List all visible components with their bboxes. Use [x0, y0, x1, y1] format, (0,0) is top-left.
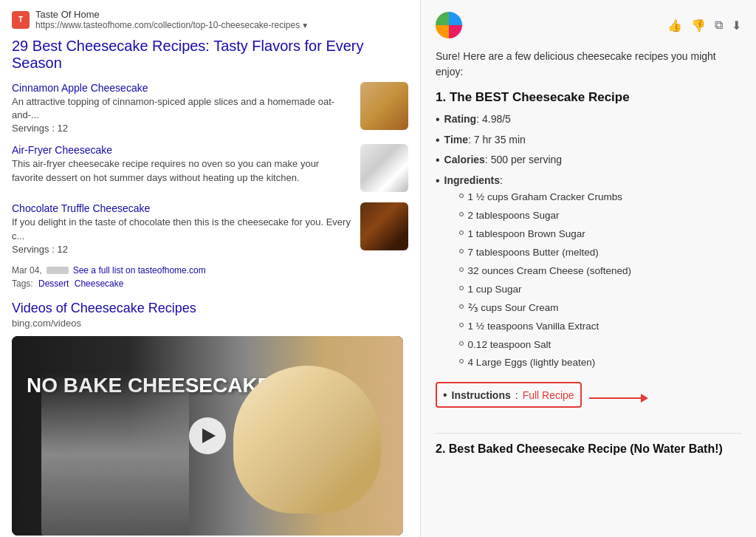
thumbs-up-icon[interactable]: 👍 — [667, 18, 682, 33]
circle-bullet-8 — [459, 341, 464, 346]
full-recipe-link[interactable]: Full Recipe — [523, 389, 574, 401]
bullet-3: • — [436, 153, 440, 167]
video-person-silhouette — [41, 373, 189, 536]
copilot-actions: 👍 👎 ⧉ ⬇ — [667, 18, 741, 33]
recipe2-heading: 2. Best Baked Cheesecake Recipe (No Wate… — [436, 442, 741, 456]
time-value: 7 hr 35 min — [474, 134, 526, 146]
time-text: Time: 7 hr 35 min — [444, 133, 526, 148]
ingredient-8: 0.12 teaspoon Salt — [459, 338, 631, 352]
meta-date: Mar 04, — [12, 265, 42, 276]
circle-bullet-9 — [459, 359, 464, 363]
ingredient-5: 1 cup Sugar — [459, 283, 631, 297]
recipe1-details: • Rating: 4.98/5 • Time: 7 hr 35 min • C… — [436, 112, 741, 374]
recipe-thumb-3 — [360, 202, 408, 250]
recipe-entry-2: Air-Fryer Cheesecake This air-fryer chee… — [12, 144, 408, 192]
ingredient-4: 32 ounces Cream Cheese (softened) — [459, 264, 631, 278]
circle-bullet-5 — [459, 286, 464, 290]
time-item: • Time: 7 hr 35 min — [436, 133, 741, 148]
copilot-header: 👍 👎 ⧉ ⬇ — [436, 12, 741, 38]
search-results-panel: T Taste Of Home https://www.tasteofhome.… — [0, 0, 421, 537]
recipe-desc-3: If you delight in the taste of chocolate… — [12, 216, 351, 241]
circle-bullet-3 — [459, 249, 464, 253]
bullet-1: • — [436, 112, 440, 126]
videos-source: bing.com/videos — [12, 318, 408, 329]
instructions-row: • Instructions: Full Recipe — [436, 382, 582, 408]
bullet-4: • — [436, 174, 440, 188]
ingredient-7: 1 ½ teaspoons Vanilla Extract — [459, 320, 631, 334]
circle-bullet-7 — [459, 323, 464, 327]
video-cheesecake-image — [233, 366, 381, 513]
rating-value: 4.98/5 — [482, 113, 511, 125]
arrow-line — [589, 397, 641, 399]
download-icon[interactable]: ⬇ — [732, 18, 741, 33]
time-label: Time — [444, 134, 468, 146]
source-favicon: T — [12, 11, 30, 29]
recipe-text-2: Air-Fryer Cheesecake This air-fryer chee… — [12, 144, 353, 192]
circle-bullet-1 — [459, 212, 464, 216]
source-bar: T Taste Of Home https://www.tasteofhome.… — [12, 9, 408, 30]
ingredients-label: Ingredients — [444, 174, 500, 186]
calories-value: 500 per serving — [491, 154, 563, 165]
recipe-link-1[interactable]: Cinnamon Apple Cheesecake — [12, 82, 353, 94]
recipe-text-3: Chocolate Truffle Cheesecake If you deli… — [12, 202, 353, 254]
meta-row: Mar 04, See a full list on tasteofhome.c… — [12, 265, 408, 276]
section-divider — [436, 433, 741, 434]
recipe-thumb-1 — [360, 82, 408, 130]
recipe-link-3[interactable]: Chocolate Truffle Cheesecake — [12, 202, 353, 214]
source-name: Taste Of Home — [35, 9, 309, 20]
source-url: https://www.tasteofhome.com/collection/t… — [35, 20, 309, 30]
circle-bullet-4 — [459, 267, 464, 272]
circle-bullet-2 — [459, 230, 464, 235]
recipe-desc-1: An attractive topping of cinnamon-spiced… — [12, 96, 334, 120]
recipe-link-2[interactable]: Air-Fryer Cheesecake — [12, 144, 353, 156]
bullet-instructions: • — [443, 388, 447, 402]
ingredient-1: 2 tablespoons Sugar — [459, 209, 631, 223]
video-play-button[interactable] — [189, 417, 226, 454]
blurred-date — [47, 267, 69, 274]
ingredient-2: 1 tablespoon Brown Sugar — [459, 228, 631, 242]
ingredient-9: 4 Large Eggs (lightly beaten) — [459, 356, 631, 370]
meta-link[interactable]: See a full list on tasteofhome.com — [73, 265, 206, 276]
dropdown-icon[interactable]: ▼ — [301, 21, 309, 30]
instructions-label: Instructions — [452, 389, 511, 401]
rating-item: • Rating: 4.98/5 — [436, 112, 741, 127]
circle-bullet-0 — [459, 194, 464, 198]
recipe-thumb-2 — [360, 144, 408, 192]
ingredients-section: Ingredients: 1 ½ cups Graham Cracker Cru… — [444, 174, 631, 375]
calories-item: • Calories: 500 per serving — [436, 153, 741, 168]
tags-label: Tags: — [12, 278, 33, 289]
main-search-title[interactable]: 29 Best Cheesecake Recipes: Tasty Flavor… — [12, 38, 408, 72]
play-triangle-icon — [202, 428, 216, 443]
rating-text: Rating: 4.98/5 — [444, 112, 511, 127]
source-info: Taste Of Home https://www.tasteofhome.co… — [35, 9, 309, 30]
bullet-2: • — [436, 133, 440, 147]
recipe-entry-3: Chocolate Truffle Cheesecake If you deli… — [12, 202, 408, 254]
red-arrow — [589, 394, 648, 403]
recipe-servings-1: Servings : 12 — [12, 123, 68, 134]
video-thumbnail[interactable]: NO BAKE CHEESECAKE — [12, 336, 403, 536]
copy-icon[interactable]: ⧉ — [715, 18, 723, 33]
ingredient-0: 1 ½ cups Graham Cracker Crumbs — [459, 191, 631, 205]
copilot-intro: Sure! Here are a few delicious cheesecak… — [436, 49, 741, 80]
recipe-entry-1: Cinnamon Apple Cheesecake An attractive … — [12, 82, 408, 134]
calories-label: Calories — [444, 154, 485, 165]
copilot-logo — [436, 12, 462, 38]
videos-section-title[interactable]: Videos of Cheesecake Recipes — [12, 301, 408, 316]
ingredients-item: • Ingredients: 1 ½ cups Graham Cracker C… — [436, 174, 741, 375]
arrow-head-icon — [641, 394, 648, 403]
ingredient-6: ⅔ cups Sour Cream — [459, 301, 631, 315]
recipe-servings-3: Servings : 12 — [12, 244, 68, 255]
circle-bullet-6 — [459, 304, 464, 309]
rating-label: Rating — [444, 113, 477, 125]
ingredient-3: 7 tablespoons Butter (melted) — [459, 246, 631, 260]
ingredients-list: 1 ½ cups Graham Cracker Crumbs 2 tablesp… — [459, 191, 631, 370]
calories-text: Calories: 500 per serving — [444, 153, 563, 168]
recipe-desc-2: This air-fryer cheesecake recipe require… — [12, 158, 319, 182]
copilot-panel: 👍 👎 ⧉ ⬇ Sure! Here are a few delicious c… — [421, 0, 756, 537]
tag-dessert[interactable]: Dessert — [38, 278, 69, 289]
tag-cheesecake[interactable]: Cheesecake — [75, 278, 124, 289]
recipe1-heading: 1. The BEST Cheesecake Recipe — [436, 90, 741, 105]
tags-row: Tags: Dessert Cheesecake — [12, 278, 408, 289]
recipe-text-1: Cinnamon Apple Cheesecake An attractive … — [12, 82, 353, 134]
thumbs-down-icon[interactable]: 👎 — [691, 18, 706, 33]
